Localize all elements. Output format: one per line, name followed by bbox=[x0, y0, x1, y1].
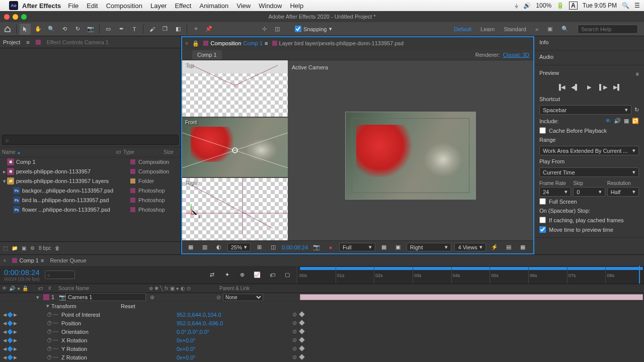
view-layout-dropdown[interactable]: 4 Views▾ bbox=[454, 243, 486, 251]
lock-icon[interactable]: 🔒 bbox=[192, 40, 199, 47]
notification-icon[interactable]: ☰ bbox=[634, 2, 640, 9]
timeline-icon[interactable]: ▤ bbox=[503, 242, 514, 253]
shortcut-dropdown[interactable]: Spacebar▾ bbox=[539, 105, 631, 115]
traffic-lights[interactable] bbox=[4, 14, 27, 20]
brush-tool[interactable]: 🖌 bbox=[146, 24, 157, 35]
parent-dropdown[interactable]: None bbox=[223, 294, 263, 301]
selection-tool[interactable] bbox=[20, 24, 31, 35]
menu-edit[interactable]: Edit bbox=[87, 2, 98, 10]
viewport-front[interactable]: Front bbox=[182, 118, 288, 177]
new-folder-icon[interactable]: 📁 bbox=[12, 245, 18, 251]
zoom-dropdown[interactable]: 25%▾ bbox=[227, 243, 251, 251]
reset-icon[interactable]: ↻ bbox=[634, 107, 639, 113]
property-row[interactable]: ◀▶⏱〰X Rotation0x+0.0°⊘ bbox=[0, 336, 644, 344]
fullscreen-checkbox[interactable]: Full Screen bbox=[539, 197, 639, 206]
view-dropdown[interactable]: Right▾ bbox=[407, 243, 452, 251]
home-button[interactable] bbox=[2, 24, 13, 35]
puppet-tool[interactable]: 📌 bbox=[203, 24, 214, 35]
roto-tool[interactable]: ✧ bbox=[190, 24, 201, 35]
workspace-toggle-icon[interactable]: ▣ bbox=[547, 26, 552, 32]
comp-viewer-tab[interactable]: Composition Comp 1 ≡ bbox=[203, 40, 268, 46]
range-dropdown[interactable]: Work Area Extended By Current ...▾ bbox=[539, 146, 639, 155]
eraser-tool[interactable]: ◧ bbox=[173, 24, 184, 35]
comp-timecode[interactable]: 0:00:08:24 bbox=[282, 244, 308, 250]
snapshot-icon[interactable]: 📷 bbox=[311, 242, 322, 253]
last-frame-button[interactable]: ▶▌ bbox=[613, 82, 622, 92]
close-tab-icon[interactable]: × bbox=[185, 40, 188, 46]
project-item[interactable]: ▾📁pexels-philippe-donn-1133957 LayersFol… bbox=[0, 176, 181, 186]
viewport-top[interactable]: Top bbox=[182, 60, 288, 117]
guides-icon[interactable]: ▥ bbox=[199, 242, 210, 253]
keyframe-nav[interactable]: ◀▶ bbox=[0, 321, 20, 326]
tl-draft3d-icon[interactable]: 🏷 bbox=[267, 269, 278, 281]
menu-animation[interactable]: Animation bbox=[199, 2, 228, 10]
timeline-ruler[interactable]: :00s01s02s03s04s05s06s07s08s bbox=[297, 266, 644, 284]
close-icon[interactable] bbox=[4, 14, 10, 20]
col-parent[interactable]: Parent & Link bbox=[217, 286, 278, 291]
flowchart-icon[interactable]: ▦ bbox=[517, 242, 528, 253]
col-source[interactable]: Source Name bbox=[56, 286, 147, 291]
chevron-down-icon[interactable]: ▾ bbox=[329, 26, 332, 32]
rotation-tool[interactable]: ↻ bbox=[72, 24, 83, 35]
tl-motion-blur-icon[interactable]: ⊕ bbox=[236, 269, 248, 281]
clone-tool[interactable]: ❐ bbox=[159, 24, 171, 35]
close-tab-icon[interactable]: × bbox=[3, 257, 6, 263]
workspace-default[interactable]: Default bbox=[454, 26, 471, 32]
col-name[interactable]: Name bbox=[2, 149, 16, 155]
mask-tool[interactable]: ◫ bbox=[272, 24, 283, 35]
project-item[interactable]: Psflower ...philippe-donn-1133957.psdPho… bbox=[0, 205, 181, 215]
comp-subtab[interactable]: Comp 1 bbox=[192, 50, 222, 59]
text-tool[interactable]: T bbox=[129, 24, 140, 35]
settings-icon[interactable]: ⚙ bbox=[30, 245, 35, 251]
resolution-icon[interactable]: ⊞ bbox=[254, 242, 265, 253]
grid-icon[interactable]: ▦ bbox=[185, 242, 196, 253]
skip-dropdown[interactable]: 0▾ bbox=[573, 187, 605, 197]
panel-menu-icon[interactable]: ≡ bbox=[26, 39, 29, 45]
renderer-value[interactable]: Classic 3D bbox=[503, 52, 529, 58]
movetime-checkbox[interactable]: Move time to preview time bbox=[539, 225, 639, 234]
include-video-icon[interactable]: 👁 bbox=[605, 118, 611, 124]
bpc-label[interactable]: 8 bpc bbox=[39, 245, 51, 251]
timeline-comp-tab[interactable]: Comp 1≡ bbox=[12, 257, 44, 263]
cache-checkbox[interactable]: Cache Before Playback bbox=[539, 126, 639, 135]
volume-icon[interactable]: 🔊 bbox=[523, 2, 531, 9]
layer-row[interactable]: ▾1📷⊕⊘None bbox=[0, 293, 644, 302]
orbit-tool[interactable]: ⟲ bbox=[59, 24, 70, 35]
camera-tool[interactable]: 📷 bbox=[85, 24, 96, 35]
fast-preview-icon[interactable]: ⚡ bbox=[489, 242, 500, 253]
ifcaching-checkbox[interactable]: If caching, play cached frames bbox=[539, 215, 639, 225]
prev-frame-button[interactable]: ◀▌ bbox=[571, 82, 580, 92]
maximize-icon[interactable] bbox=[21, 14, 27, 20]
layer-name-input[interactable] bbox=[65, 293, 146, 301]
tl-graph-icon[interactable]: 📈 bbox=[252, 269, 263, 281]
viewport-right[interactable]: Right z bbox=[182, 178, 288, 240]
tl-frame-blend-icon[interactable]: ✦ bbox=[221, 269, 232, 281]
zoom-tool[interactable]: 🔍 bbox=[46, 24, 57, 35]
workspace-standard[interactable]: Standard bbox=[504, 26, 526, 32]
project-item[interactable]: Psbird la...philippe-donn-1133957.psdPho… bbox=[0, 196, 181, 205]
input-source[interactable]: A bbox=[569, 2, 578, 10]
property-row[interactable]: ◀▶⏱〰Orientation0.0°,0.0°,0.0°⊘ bbox=[0, 327, 644, 336]
tl-render-icon[interactable]: ▢ bbox=[282, 269, 293, 281]
menu-composition[interactable]: Composition bbox=[106, 2, 142, 10]
menu-view[interactable]: View bbox=[236, 2, 251, 10]
loop-icon[interactable]: 🔁 bbox=[632, 118, 639, 124]
anchor-tool[interactable]: ⊹ bbox=[259, 24, 270, 35]
menu-effect[interactable]: Effect bbox=[175, 2, 191, 10]
timeline-search[interactable] bbox=[45, 270, 75, 279]
panel-menu-icon[interactable]: ≡ bbox=[636, 71, 639, 77]
include-audio-icon[interactable]: 🔊 bbox=[614, 118, 621, 124]
transform-group[interactable]: ▾TransformReset bbox=[0, 302, 644, 310]
viewport-active-camera[interactable]: Active Camera bbox=[288, 60, 533, 240]
keyframe-nav[interactable]: ◀▶ bbox=[0, 312, 20, 317]
property-row[interactable]: ◀▶⏱〰Y Rotation0x+0.0°⊘ bbox=[0, 344, 644, 353]
snapping-checkbox[interactable] bbox=[295, 26, 301, 32]
play-button[interactable]: ▶ bbox=[585, 82, 594, 92]
first-frame-button[interactable]: ▐◀ bbox=[556, 82, 566, 92]
menu-file[interactable]: File bbox=[68, 2, 78, 10]
layer-viewer-tab[interactable]: Layer bird layer/pexels-philippe-donn-11… bbox=[272, 40, 404, 46]
3d-view-icon[interactable]: ▣ bbox=[392, 242, 404, 253]
tab-menu-icon[interactable]: ≡ bbox=[265, 40, 268, 46]
next-frame-button[interactable]: ▌▶ bbox=[599, 82, 608, 92]
snapping-toggle[interactable]: Snapping ▾ bbox=[295, 26, 332, 32]
